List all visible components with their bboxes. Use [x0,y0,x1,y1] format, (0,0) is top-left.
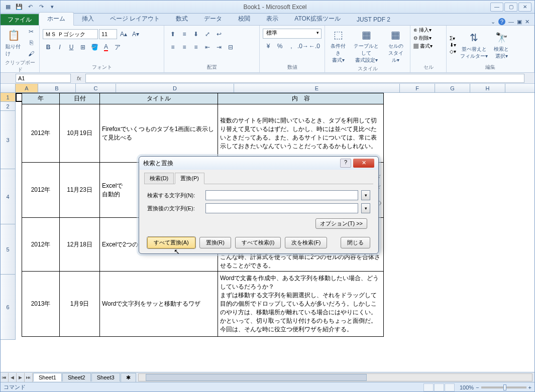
replace-all-button[interactable]: すべて置換(A) [147,237,195,248]
align-bottom-icon[interactable]: ⬇ [190,29,201,40]
format-painter-icon[interactable]: 🖌 [26,49,36,59]
underline-button[interactable]: U [66,42,77,53]
file-tab[interactable]: ファイル [1,14,39,25]
table-row[interactable]: 2013年 1月9日 Wordで文字列をサッと移動するワザ Wordで文書を作成… [22,272,384,337]
decrease-font-icon[interactable]: A▾ [130,29,141,40]
help-icon[interactable]: ? [498,18,505,25]
maximize-button[interactable]: ▢ [504,3,517,12]
copy-icon[interactable]: ⎘ [26,38,36,48]
scroll-thumb[interactable] [146,374,367,381]
replace-button[interactable]: 置換(R) [199,237,231,248]
row-header-6[interactable]: 6 [1,275,15,340]
name-box[interactable]: A1 [16,74,71,83]
cell[interactable]: 2012年 [22,218,60,272]
redo-icon[interactable]: ↷ [37,3,46,12]
find-next-button[interactable]: 次を検索(F) [285,237,327,248]
font-size-select[interactable] [99,29,117,39]
options-button[interactable]: オプション(T) >> [315,218,367,229]
tab-insert[interactable]: 挿入 [74,13,102,25]
dialog-close-button[interactable]: ✕ [353,159,374,168]
cell[interactable]: 2013年 [22,272,60,337]
tab-review[interactable]: 校閲 [230,13,258,25]
sheet-tab-3[interactable]: Sheet3 [91,373,120,381]
cell[interactable]: Firefoxでいくつものタブを1画面に表示して見比べる [100,104,218,163]
align-middle-icon[interactable]: ≡ [179,29,190,40]
workbook-restore-icon[interactable]: ▣ [517,19,522,25]
col-header-b[interactable]: B [38,84,76,92]
tab-atok[interactable]: ATOK拡張ツール [286,13,349,25]
increase-indent-icon[interactable]: ⇥ [213,42,225,53]
conditional-format-button[interactable]: ⬚条件付き 書式▾ [328,27,348,65]
replace-history-dropdown[interactable]: ▾ [361,203,370,213]
align-left-icon[interactable]: ≡ [167,42,178,53]
fill-button[interactable]: ⬇▾ [450,42,456,48]
dialog-help-button[interactable]: ? [340,159,351,168]
new-sheet-icon[interactable]: ✱ [121,373,136,382]
fx-icon[interactable]: fx [73,75,85,81]
row-header-2[interactable]: 2 [1,102,15,111]
tab-replace[interactable]: 置換(P) [175,173,204,184]
col-header-e[interactable]: E [234,84,400,92]
cell[interactable]: Wordで文字列をサッと移動するワザ [100,272,218,337]
find-history-dropdown[interactable]: ▾ [361,190,370,200]
col-header-f[interactable]: F [400,84,435,92]
tab-data[interactable]: データ [196,13,230,25]
minimize-button[interactable]: — [490,3,503,12]
last-sheet-icon[interactable]: ⏭ [25,373,33,382]
fill-color-button[interactable]: 🪣 [89,42,100,53]
format-cells-button[interactable]: ▦ 書式▾ [413,43,433,50]
normal-view-icon[interactable] [423,383,434,391]
cell[interactable]: 11月23日 [60,163,100,218]
tab-find[interactable]: 検索(D) [144,173,174,184]
qat-customize-icon[interactable]: ▾ [48,3,57,12]
clear-button[interactable]: ◇▾ [450,49,456,54]
zoom-out-icon[interactable]: − [476,384,479,390]
replace-input[interactable] [205,203,358,213]
sort-filter-button[interactable]: ⇅並べ替えと フィルター▾ [458,30,490,61]
font-color-button[interactable]: A [100,42,112,53]
page-layout-view-icon[interactable] [434,383,444,391]
sheet-tab-1[interactable]: Sheet1 [33,373,62,381]
decrease-decimal-icon[interactable]: ←.0 [309,41,320,52]
dialog-title-bar[interactable]: 検索と置換 ? ✕ [139,157,378,170]
tab-view[interactable]: 表示 [258,13,286,25]
currency-icon[interactable]: ¥ [263,41,274,52]
row-header-3[interactable]: 3 [1,111,15,169]
next-sheet-icon[interactable]: ▶ [17,373,25,382]
tab-home[interactable]: ホーム [39,12,74,26]
bold-button[interactable]: B [43,42,54,53]
format-as-table-button[interactable]: ▦テーブルとして 書式設定▾ [350,27,382,65]
col-header-h[interactable]: H [470,84,505,92]
tab-page-layout[interactable]: ページ レイアウト [102,13,168,25]
border-button[interactable]: ⊞ [77,42,88,53]
row-header-5[interactable]: 5 [1,224,15,275]
zoom-in-icon[interactable]: + [528,384,531,390]
number-format-select[interactable]: 標準 [263,29,322,39]
cut-icon[interactable]: ✂ [26,27,36,37]
delete-cells-button[interactable]: ⊖ 削除▾ [413,35,432,42]
col-header-g[interactable]: G [435,84,470,92]
undo-icon[interactable]: ↶ [26,3,35,12]
decrease-indent-icon[interactable]: ⇤ [202,42,213,53]
comma-icon[interactable]: , [286,41,297,52]
first-sheet-icon[interactable]: ⏮ [1,373,9,382]
italic-button[interactable]: I [54,42,65,53]
close-button[interactable]: ✕ [518,3,531,12]
wrap-text-icon[interactable]: ↩ [213,29,225,40]
col-header-c[interactable]: C [76,84,116,92]
horizontal-scrollbar[interactable] [138,373,532,381]
cell[interactable]: 複数のサイトを同時に開いているとき、タブを利用して切り替えて見ているはずだ。しか… [218,104,384,163]
cell-styles-button[interactable]: ▦セルの スタイル▾ [385,27,407,65]
workbook-min-icon[interactable]: — [508,19,514,25]
tab-justpdf[interactable]: JUST PDF 2 [349,14,398,25]
minimize-ribbon-icon[interactable]: ⌄ [491,19,495,25]
prev-sheet-icon[interactable]: ◀ [9,373,17,382]
col-header-d[interactable]: D [116,84,234,92]
find-all-button[interactable]: すべて検索(I) [235,237,281,248]
select-all-corner[interactable] [1,84,16,92]
row-header-1[interactable]: 1 [1,93,15,102]
cell[interactable]: 10月19日 [60,104,100,163]
workbook-close-icon[interactable]: ✕ [525,19,529,25]
insert-cells-button[interactable]: ⊕ 挿入▾ [413,27,432,34]
formula-input[interactable] [85,74,524,83]
